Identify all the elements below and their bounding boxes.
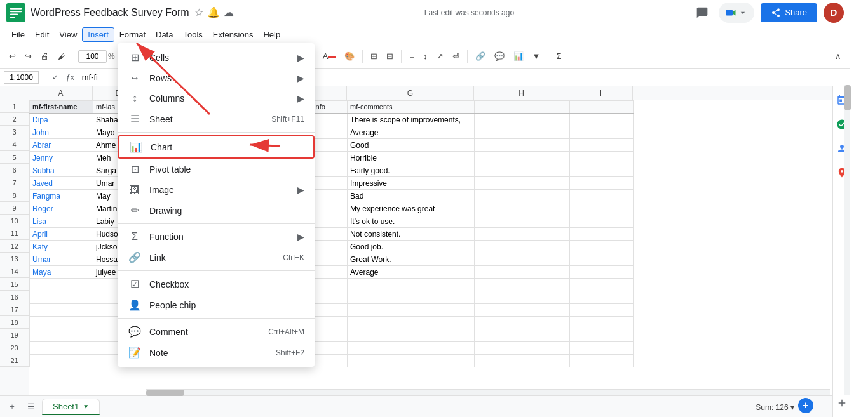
menu-item-function[interactable]: ΣFunction▶ [118,227,315,247]
menu-item-comment[interactable]: 💬CommentCtrl+Alt+M [118,321,315,342]
menu-item-link[interactable]: 🔗LinkCtrl+K [118,247,315,268]
menu-item-drawing[interactable]: ✏Drawing [118,200,315,221]
cell-11-9[interactable] [570,228,634,241]
menu-file[interactable]: File [6,28,30,41]
sheet-tab-arrow[interactable]: ▼ [83,403,89,410]
cell-15-7[interactable] [348,279,475,291]
cell-18-7[interactable] [348,317,475,329]
cell-15-1[interactable] [30,279,93,291]
cell-14-8[interactable] [475,266,570,279]
menu-item-columns[interactable]: ↕Columns▶ [118,88,315,109]
collapse-toolbar[interactable]: ∧ [831,49,845,63]
cell-9-9[interactable] [570,202,634,215]
cell-21-1[interactable] [30,355,93,367]
undo-button[interactable]: ↩ [5,49,20,63]
cell-20-1[interactable] [30,342,93,355]
expand-sheets-button[interactable]: + [798,398,813,413]
cell-17-1[interactable] [30,304,93,317]
cell-7-8[interactable] [475,177,570,190]
menu-view[interactable]: View [54,28,82,41]
user-avatar[interactable]: D [824,3,844,23]
cell-9-1[interactable]: Roger [30,202,93,215]
cell-9-8[interactable] [475,202,570,215]
cell-13-1[interactable]: Umar [30,253,93,266]
row-num-10[interactable]: 10 [0,215,29,227]
row-num-4[interactable]: 4 [0,138,29,151]
cell-21-7[interactable] [348,355,475,367]
zoom-input[interactable] [78,50,107,63]
menu-item-sheet[interactable]: ☰SheetShift+F11 [118,109,315,129]
row-num-3[interactable]: 3 [0,126,29,138]
corner-cell[interactable] [0,86,29,100]
highlight-button[interactable]: 🎨 [341,49,358,63]
merge-cells-button[interactable]: ⊟ [383,49,397,63]
cell-13-7[interactable]: Great Work. [348,253,475,266]
cell-1-9[interactable] [570,101,634,114]
cell-4-9[interactable] [570,139,634,152]
row-num-19[interactable]: 19 [0,329,29,341]
cell-2-1[interactable]: Dipa [30,114,93,126]
cell-12-7[interactable]: Good job. [348,241,475,253]
cell-20-8[interactable] [475,342,570,355]
menu-format[interactable]: Format [114,28,151,41]
row-num-15[interactable]: 15 [0,278,29,291]
col-header-a[interactable]: A [29,86,93,100]
menu-item-pivot-table[interactable]: ⊡Pivot table [118,159,315,180]
row-num-9[interactable]: 9 [0,202,29,215]
menu-edit[interactable]: Edit [30,28,54,41]
menu-item-note[interactable]: 📝NoteShift+F2 [118,342,315,363]
formula-func-icon[interactable]: ƒx [64,72,77,83]
cell-19-7[interactable] [348,329,475,342]
redo-button[interactable]: ↪ [21,49,36,63]
cell-19-1[interactable] [30,329,93,342]
cloud-icon[interactable]: ☁ [224,6,234,18]
borders-button[interactable]: ⊞ [367,49,381,63]
cell-11-7[interactable]: Not consistent. [348,228,475,241]
cell-10-1[interactable]: Lisa [30,215,93,228]
cell-4-8[interactable] [475,139,570,152]
row-num-16[interactable]: 16 [0,291,29,303]
sheet-tab-sheet1[interactable]: Sheet1 ▼ [42,399,100,415]
cell-6-8[interactable] [475,164,570,177]
sheet-list-button[interactable]: ☰ [23,399,39,415]
text-color-button[interactable]: A [319,49,340,63]
cell-17-7[interactable] [348,304,475,317]
cell-20-9[interactable] [570,342,634,355]
row-num-11[interactable]: 11 [0,227,29,240]
cell-21-9[interactable] [570,355,634,367]
cell-13-8[interactable] [475,253,570,266]
cell-8-8[interactable] [475,190,570,202]
row-num-7[interactable]: 7 [0,176,29,189]
cell-14-9[interactable] [570,266,634,279]
add-icon[interactable] [834,395,850,411]
cell-16-8[interactable] [475,291,570,304]
cell-21-8[interactable] [475,355,570,367]
cell-7-1[interactable]: Javed [30,177,93,190]
cell-12-8[interactable] [475,241,570,253]
cell-19-9[interactable] [570,329,634,342]
cell-9-7[interactable]: My experience was great [348,202,475,215]
col-header-i[interactable]: I [569,86,633,100]
cell-2-7[interactable]: There is scope of improvements, [348,114,475,126]
formula-expand-icon[interactable]: ✓ [50,72,61,83]
cell-8-1[interactable]: Fangma [30,190,93,202]
cell-3-9[interactable] [570,126,634,139]
row-num-13[interactable]: 13 [0,253,29,265]
valign-button[interactable]: ↕ [419,49,431,63]
alert-icon[interactable]: 🔔 [207,6,220,18]
add-sheet-button[interactable]: + [4,399,20,415]
link-toolbar-button[interactable]: 🔗 [471,49,489,63]
filter-button[interactable]: ▼ [529,49,545,63]
cell-16-7[interactable] [348,291,475,304]
meet-icon[interactable] [719,3,754,23]
vertical-scrollbar[interactable] [844,85,850,395]
cell-12-9[interactable] [570,241,634,253]
cell-14-1[interactable]: Maya [30,266,93,279]
h-scrollbar-thumb[interactable] [146,390,184,396]
cell-6-1[interactable]: Subha [30,164,93,177]
cell-11-8[interactable] [475,228,570,241]
cell-5-8[interactable] [475,152,570,164]
col-header-h[interactable]: H [474,86,569,100]
menu-item-image[interactable]: 🖼Image▶ [118,180,315,200]
cell-5-9[interactable] [570,152,634,164]
